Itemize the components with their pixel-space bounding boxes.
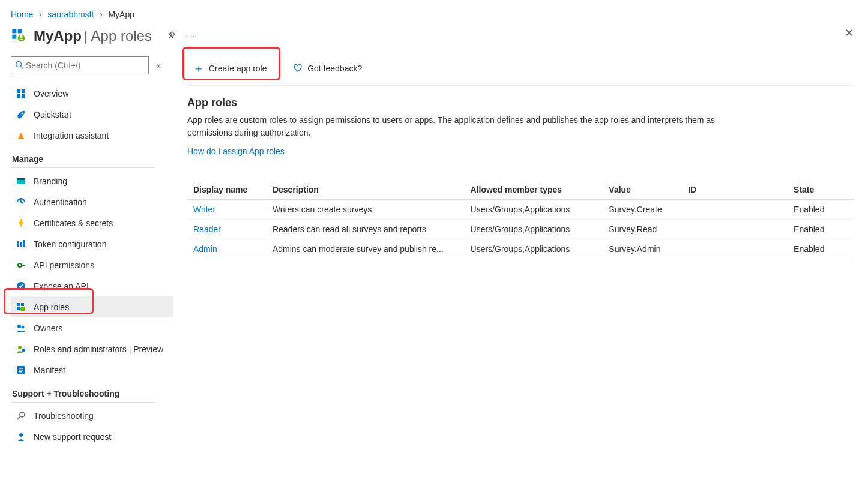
col-state[interactable]: State <box>788 180 854 200</box>
table-row[interactable]: ReaderReaders can read all surveys and r… <box>187 220 854 239</box>
sidebar-item-label: Roles and administrators | Preview <box>34 344 163 354</box>
breadcrumb-home[interactable]: Home <box>11 10 33 19</box>
app-roles-icon <box>16 302 26 313</box>
sidebar-item-label: Quickstart <box>34 110 71 119</box>
svg-point-5 <box>16 61 22 67</box>
heart-icon <box>293 63 303 74</box>
table-row[interactable]: WriterWriters can create surveys.Users/G… <box>187 200 854 220</box>
col-value[interactable]: Value <box>603 180 682 200</box>
chevron-right-icon: › <box>39 10 41 19</box>
nav-section-manage: Manage <box>12 154 173 164</box>
cell-allowed-types: Users/Groups,Applications <box>465 200 603 220</box>
feedback-label: Got feedback? <box>307 64 362 73</box>
cell-display-name[interactable]: Writer <box>187 200 267 220</box>
sidebar-item-quickstart[interactable]: Quickstart <box>11 104 173 125</box>
main-content: ＋ Create app role | Got feedback? App ro… <box>173 50 868 459</box>
feedback-button[interactable]: Got feedback? <box>287 59 368 78</box>
sidebar: « OverviewQuickstartIntegration assistan… <box>0 50 173 459</box>
integration-icon <box>16 130 26 141</box>
collapse-sidebar-icon[interactable]: « <box>156 61 161 70</box>
svg-rect-2 <box>12 35 16 39</box>
sidebar-item-new-support-request[interactable]: New support request <box>11 426 173 447</box>
roles-admins-icon <box>16 344 26 355</box>
cell-value: Survey.Create <box>603 200 682 220</box>
sidebar-item-authentication[interactable]: Authentication <box>11 191 173 212</box>
search-input[interactable] <box>23 59 145 71</box>
sidebar-item-label: Overview <box>34 89 68 98</box>
nav-section-support: Support + Troubleshooting <box>12 389 173 398</box>
svg-rect-0 <box>12 29 16 33</box>
sidebar-item-label: Certificates & secrets <box>34 218 113 228</box>
sidebar-item-label: Expose an API <box>34 281 89 291</box>
content-heading: App roles <box>187 97 854 109</box>
sidebar-item-token-configuration[interactable]: Token configuration <box>11 233 173 254</box>
divider <box>11 402 155 403</box>
token-icon <box>16 239 26 250</box>
cell-value: Survey.Read <box>603 220 682 239</box>
svg-point-4 <box>20 35 23 38</box>
sidebar-item-api-permissions[interactable]: API permissions <box>11 254 173 275</box>
sidebar-item-troubleshooting[interactable]: Troubleshooting <box>11 405 173 426</box>
search-input-wrapper[interactable] <box>11 56 149 74</box>
overview-icon <box>16 88 26 99</box>
more-icon[interactable]: ··· <box>185 31 196 41</box>
svg-rect-20 <box>21 303 24 306</box>
manifest-icon <box>16 365 26 376</box>
quickstart-icon <box>16 109 26 120</box>
sidebar-item-label: Manifest <box>34 365 65 375</box>
svg-point-11 <box>22 112 23 114</box>
cell-display-name[interactable]: Reader <box>187 220 267 239</box>
sidebar-item-label: App roles <box>34 302 69 312</box>
svg-point-17 <box>18 263 22 267</box>
svg-rect-10 <box>22 94 25 98</box>
close-icon[interactable]: ✕ <box>845 26 854 40</box>
divider <box>11 167 155 168</box>
cell-id <box>682 200 788 220</box>
sidebar-item-certificates-secrets[interactable]: Certificates & secrets <box>11 212 173 233</box>
sidebar-item-integration-assistant[interactable]: Integration assistant <box>11 125 173 146</box>
table-row[interactable]: AdminAdmins can moderate survey and publ… <box>187 239 854 259</box>
svg-rect-28 <box>19 368 23 369</box>
expose-api-icon <box>16 281 26 292</box>
sidebar-item-label: Integration assistant <box>34 131 109 140</box>
svg-rect-8 <box>22 89 25 93</box>
support-icon <box>16 431 26 442</box>
authentication-icon <box>16 197 26 208</box>
col-id[interactable]: ID <box>682 180 788 200</box>
cell-allowed-types: Users/Groups,Applications <box>465 220 603 239</box>
learn-more-link[interactable]: How do I assign App roles <box>187 146 285 156</box>
cell-state: Enabled <box>788 200 854 220</box>
pin-icon[interactable] <box>166 31 176 42</box>
svg-rect-16 <box>23 240 25 247</box>
sidebar-item-label: API permissions <box>34 260 94 270</box>
sidebar-item-label: Branding <box>34 176 67 186</box>
sidebar-item-app-roles[interactable]: App roles <box>11 296 173 317</box>
create-app-role-button[interactable]: ＋ Create app role <box>187 58 273 79</box>
table-header-row: Display name Description Allowed member … <box>187 180 854 200</box>
svg-rect-26 <box>22 349 25 352</box>
svg-point-31 <box>20 412 25 417</box>
col-display-name[interactable]: Display name <box>187 180 267 200</box>
owners-icon <box>16 323 26 334</box>
cell-display-name[interactable]: Admin <box>187 239 267 259</box>
cell-allowed-types: Users/Groups,Applications <box>465 239 603 259</box>
svg-rect-13 <box>17 178 25 180</box>
toolbar-separator: | <box>279 64 282 73</box>
sidebar-item-owners[interactable]: Owners <box>11 317 173 338</box>
cell-state: Enabled <box>788 239 854 259</box>
sidebar-item-roles-and-administrators-preview[interactable]: Roles and administrators | Preview <box>11 338 173 359</box>
svg-point-25 <box>18 346 22 349</box>
col-allowed-types[interactable]: Allowed member types <box>465 180 603 200</box>
certificates-icon <box>16 218 26 229</box>
breadcrumb-user[interactable]: saurabhmsft <box>47 10 94 19</box>
svg-point-32 <box>19 433 23 437</box>
sidebar-item-expose-an-api[interactable]: Expose an API <box>11 275 173 296</box>
sidebar-item-manifest[interactable]: Manifest <box>11 359 173 380</box>
sidebar-item-branding[interactable]: Branding <box>11 170 173 191</box>
sidebar-item-overview[interactable]: Overview <box>11 83 173 104</box>
page-header: MyApp | App roles ··· ✕ <box>0 24 868 50</box>
col-description[interactable]: Description <box>267 180 465 200</box>
plus-icon: ＋ <box>193 61 204 76</box>
api-perm-icon <box>16 260 26 271</box>
breadcrumb-current: MyApp <box>108 10 134 19</box>
